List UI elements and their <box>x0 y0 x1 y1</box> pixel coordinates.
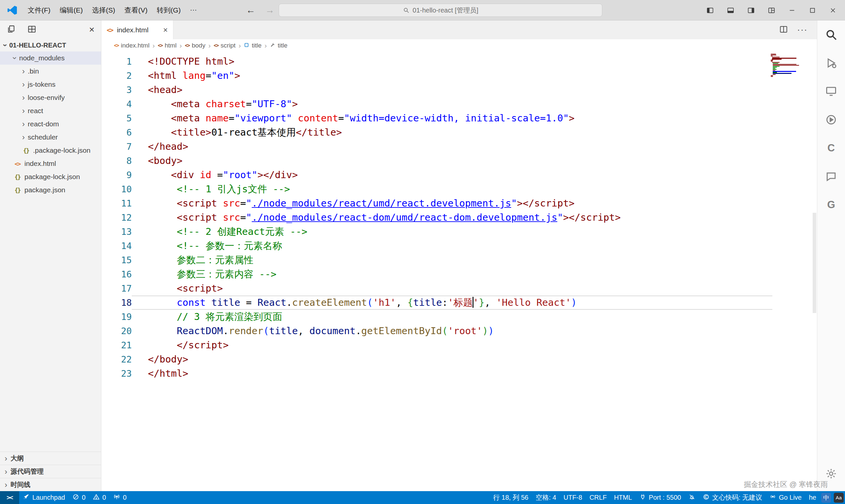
menu-item-···[interactable]: ··· <box>185 3 202 17</box>
close-button[interactable] <box>823 0 843 20</box>
status-notifications-muted[interactable] <box>685 491 699 504</box>
code-line-17[interactable]: 17 <script> <box>101 281 817 295</box>
minimap-line <box>771 60 773 60</box>
status-ime-chinese[interactable]: 中 <box>821 493 831 503</box>
code-line-23[interactable]: 23</html> <box>101 366 817 381</box>
status-ports[interactable]: 0 <box>110 491 130 504</box>
code-line-21[interactable]: 21 </script> <box>101 338 817 352</box>
tab-index-html[interactable]: <> index.html × <box>101 20 173 39</box>
tree-item-package.json[interactable]: {}package.json <box>0 183 101 197</box>
code-line-22[interactable]: 22</body> <box>101 352 817 366</box>
status-warnings[interactable]: 0 <box>89 491 110 504</box>
section-时间线[interactable]: ›时间线 <box>0 478 101 491</box>
menu-item-编辑(E)[interactable]: 编辑(E) <box>55 3 87 17</box>
status-remote[interactable]: >< <box>0 491 19 504</box>
maximize-button[interactable] <box>802 0 823 20</box>
code-line-14[interactable]: 14 <!-- 参数一：元素名称 <box>101 239 817 253</box>
tree-item-node_modules[interactable]: ›node_modules <box>0 52 101 65</box>
status-language-mode[interactable]: HTML <box>610 491 635 504</box>
tree-item-index.html[interactable]: <>index.html <box>0 157 101 170</box>
status-eol[interactable]: CRLF <box>586 491 610 504</box>
toggle-panel-icon[interactable] <box>720 0 741 20</box>
code-line-7[interactable]: 7</head> <box>101 140 817 154</box>
code-line-6[interactable]: 6 <title>01-react基本使用</title> <box>101 125 817 140</box>
minimize-button[interactable] <box>781 0 802 20</box>
status-partial-item[interactable]: he <box>805 491 820 504</box>
code-area[interactable]: 1<!DOCTYPE html>2<html lang="en">3<head>… <box>101 52 817 491</box>
forward-arrow-icon[interactable]: → <box>265 5 274 16</box>
tree-item-js-tokens[interactable]: ›js-tokens <box>0 78 101 91</box>
close-tab-icon[interactable]: × <box>163 25 168 35</box>
tree-item-react-dom[interactable]: ›react-dom <box>0 118 101 131</box>
tree-item-.package-lock.json[interactable]: {}.package-lock.json <box>0 144 101 157</box>
run-debug-icon[interactable] <box>817 49 845 77</box>
section-源代码管理[interactable]: ›源代码管理 <box>0 465 101 478</box>
status-ime-extra[interactable]: Aa <box>834 493 844 503</box>
close-sidebar-icon[interactable]: × <box>89 24 94 35</box>
command-center[interactable]: 01-hello-react [管理员] <box>279 4 602 17</box>
breadcrumb-item-html-1[interactable]: <>html <box>158 42 177 49</box>
back-arrow-icon[interactable]: ← <box>246 5 255 16</box>
code-line-13[interactable]: 13 <!-- 2 创建React元素 --> <box>101 224 817 239</box>
code-line-1[interactable]: 1<!DOCTYPE html> <box>101 54 817 69</box>
code-runner-icon[interactable] <box>817 106 845 134</box>
chat-icon[interactable] <box>817 162 845 191</box>
status-comate[interactable]: 文心快码: 无建议 <box>699 491 766 504</box>
status-label: 0 <box>82 494 86 501</box>
code-line-19[interactable]: 19 // 3 将元素渲染到页面 <box>101 310 817 324</box>
status-cursor-position[interactable]: 行 18, 列 56 <box>490 491 532 504</box>
status-launchpad[interactable]: Launchpad <box>19 491 69 504</box>
menu-item-查看(V)[interactable]: 查看(V) <box>120 3 152 17</box>
split-window-icon[interactable] <box>28 25 36 35</box>
breadcrumb-item-index.html-0[interactable]: <>index.html <box>114 42 150 49</box>
menu-item-文件(F)[interactable]: 文件(F) <box>23 3 55 17</box>
status-go-live[interactable]: Go Live <box>766 491 805 504</box>
tree-item-.bin[interactable]: ›.bin <box>0 65 101 78</box>
code-line-4[interactable]: 4 <meta charset="UTF-8"> <box>101 97 817 111</box>
customize-layout-icon[interactable] <box>761 0 781 20</box>
code-line-3[interactable]: 3<head> <box>101 83 817 97</box>
minimap[interactable] <box>771 54 803 77</box>
line-text: // 3 将元素渲染到页面 <box>132 310 772 324</box>
menu-item-转到(G)[interactable]: 转到(G) <box>152 3 185 17</box>
status-encoding[interactable]: UTF-8 <box>560 491 586 504</box>
code-line-15[interactable]: 15 参数二：元素属性 <box>101 253 817 267</box>
wrench-icon <box>270 42 275 49</box>
status-live-server-port[interactable]: Port : 5500 <box>636 491 685 504</box>
remote-explorer-icon[interactable] <box>817 77 845 106</box>
more-actions-icon[interactable]: ··· <box>797 25 808 35</box>
search-icon[interactable] <box>817 20 845 49</box>
status-errors[interactable]: 0 <box>69 491 89 504</box>
tree-item-react[interactable]: ›react <box>0 104 101 118</box>
menu-item-选择(S)[interactable]: 选择(S) <box>87 3 120 17</box>
tree-item-loose-envify[interactable]: ›loose-envify <box>0 91 101 104</box>
breadcrumb-item-script-3[interactable]: <>script <box>214 42 236 49</box>
line-number: 22 <box>101 352 132 366</box>
breadcrumb-item-body-2[interactable]: <>body <box>185 42 205 49</box>
tree-item-package-lock.json[interactable]: {}package-lock.json <box>0 170 101 183</box>
code-line-11[interactable]: 11 <script src="./node_modules/react/umd… <box>101 196 817 211</box>
code-line-18[interactable]: 18 const title = React.createElement('h1… <box>101 295 817 310</box>
code-line-20[interactable]: 20 ReactDOM.render(title, document.getEl… <box>101 324 817 338</box>
status-indentation[interactable]: 空格: 4 <box>532 491 560 504</box>
section-大纲[interactable]: ›大纲 <box>0 452 101 465</box>
g-extension-icon[interactable]: G <box>817 191 845 219</box>
split-editor-icon[interactable] <box>779 25 788 35</box>
toggle-sidebar-right-icon[interactable] <box>741 0 761 20</box>
breadcrumb-item-title-4[interactable]: title <box>244 42 261 49</box>
code-line-10[interactable]: 10 <!-- 1 引入js文件 --> <box>101 182 817 196</box>
code-line-9[interactable]: 9 <div id ="root"></div> <box>101 168 817 182</box>
code-line-16[interactable]: 16 参数三：元素内容 --> <box>101 267 817 281</box>
toggle-sidebar-left-icon[interactable] <box>700 0 720 20</box>
explorer-root-folder[interactable]: › 01-HELLO-REACT <box>0 39 101 52</box>
scrollbar[interactable] <box>813 213 816 313</box>
code-line-12[interactable]: 12 <script src="./node_modules/react-dom… <box>101 211 817 224</box>
code-line-8[interactable]: 8<body> <box>101 154 817 168</box>
breadcrumb-item-title-5[interactable]: title <box>270 42 288 49</box>
tree-item-scheduler[interactable]: ›scheduler <box>0 131 101 144</box>
code-line-5[interactable]: 5 <meta name="viewport" content="width=d… <box>101 111 817 125</box>
line-text: </head> <box>132 140 772 154</box>
c-extension-icon[interactable]: C <box>817 134 845 162</box>
code-line-2[interactable]: 2<html lang="en"> <box>101 69 817 83</box>
copy-files-icon[interactable] <box>6 25 16 35</box>
